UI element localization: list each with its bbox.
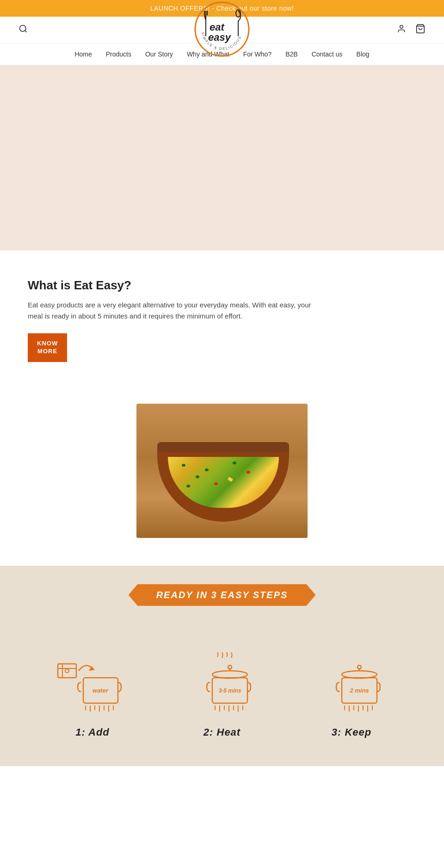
- step-2-icon: 3-5 mins: [185, 652, 259, 717]
- nav-products[interactable]: Products: [106, 50, 131, 58]
- logo-container[interactable]: eat easy SIMPLE & DELICIOUS: [192, 0, 252, 61]
- food-image: [136, 404, 308, 538]
- svg-text:3-5 mins: 3-5 mins: [219, 687, 241, 694]
- svg-point-25: [228, 665, 232, 669]
- steps-banner-text: Ready in 3 Easy Steps: [156, 590, 288, 600]
- step-3: 2 mins 3: Keep: [301, 652, 402, 738]
- step-2: 3-5 mins 2: Heat: [171, 652, 273, 738]
- svg-point-0: [20, 25, 26, 31]
- step-1-label: 1: Add: [75, 726, 110, 738]
- what-description: Eat easy products are a very elegant alt…: [28, 300, 314, 322]
- header-left-icons: [18, 24, 28, 36]
- step-2-label: 2: Heat: [204, 726, 240, 738]
- login-button[interactable]: [397, 24, 406, 36]
- svg-point-35: [342, 671, 377, 678]
- spacer: [0, 250, 444, 278]
- search-icon: [18, 24, 28, 33]
- what-heading: What is Eat Easy?: [28, 278, 416, 293]
- user-icon: [397, 24, 406, 33]
- know-more-button[interactable]: KNOWMORE: [28, 333, 67, 362]
- step-1-icon: water: [56, 652, 130, 717]
- header-right-icons: [397, 24, 426, 36]
- step-3-icon: 2 mins: [314, 652, 388, 717]
- svg-text:2 mins: 2 mins: [349, 687, 369, 694]
- nav-home[interactable]: Home: [74, 50, 92, 58]
- svg-point-23: [212, 671, 247, 678]
- what-section: What is Eat Easy? Eat easy products are …: [0, 278, 444, 390]
- search-button[interactable]: [18, 24, 28, 36]
- step-1: water 1: Add: [42, 652, 143, 738]
- svg-rect-9: [58, 664, 76, 678]
- header: eat easy SIMPLE & DELICIOUS: [0, 17, 444, 43]
- nav-b2b[interactable]: B2B: [285, 50, 297, 58]
- steps-banner: Ready in 3 Easy Steps: [129, 584, 316, 606]
- svg-point-12: [65, 669, 69, 673]
- svg-point-7: [400, 25, 403, 29]
- hero-banner: [0, 65, 444, 250]
- steps-grid: water 1: Add: [0, 652, 444, 738]
- svg-line-1: [25, 31, 27, 32]
- food-image-container: [0, 390, 444, 566]
- svg-point-37: [358, 665, 361, 669]
- site-logo: eat easy SIMPLE & DELICIOUS: [192, 0, 252, 59]
- nav-blog[interactable]: Blog: [357, 50, 370, 58]
- nav-contact-us[interactable]: Contact us: [312, 50, 343, 58]
- svg-text:easy: easy: [208, 31, 232, 43]
- nav-our-story[interactable]: Our Story: [145, 50, 173, 58]
- svg-text:water: water: [92, 687, 109, 694]
- cart-button[interactable]: [415, 24, 426, 36]
- step-3-label: 3: Keep: [332, 726, 371, 738]
- steps-section: Ready in 3 Easy Steps water: [0, 566, 444, 766]
- cart-icon: [415, 24, 426, 34]
